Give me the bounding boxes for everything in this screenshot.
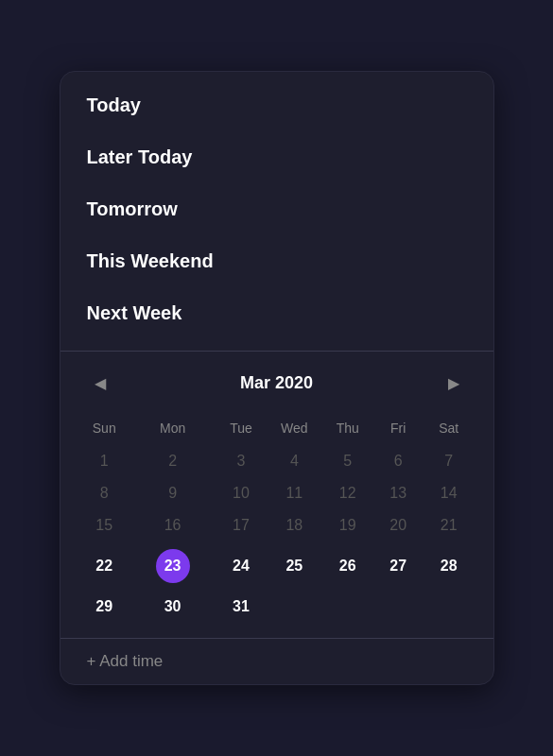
calendar-day-cell <box>372 591 423 623</box>
calendar-day-cell <box>267 591 322 623</box>
calendar-day-cell[interactable]: 12 <box>322 477 373 509</box>
option-tomorrow[interactable]: Tomorrow <box>60 183 493 235</box>
section-divider <box>60 351 493 352</box>
day-header-tue: Tue <box>216 415 267 445</box>
calendar-grid: Sun Mon Tue Wed Thu Fri Sat 123456789101… <box>79 415 475 623</box>
calendar-day-cell[interactable]: 26 <box>322 541 373 591</box>
calendar-day-cell[interactable]: 30 <box>130 591 216 623</box>
calendar-day-cell[interactable]: 14 <box>423 477 475 509</box>
quick-options-list: Today Later Today Tomorrow This Weekend … <box>60 72 493 347</box>
calendar-day-cell[interactable]: 5 <box>322 445 373 477</box>
calendar-day-cell[interactable]: 4 <box>267 445 322 477</box>
calendar-week-row: 15161718192021 <box>79 509 475 541</box>
calendar-day-cell[interactable]: 3 <box>216 445 267 477</box>
calendar-day-cell <box>423 591 475 623</box>
calendar-day-cell[interactable]: 24 <box>216 541 267 591</box>
next-month-button[interactable]: ▶ <box>441 370 467 396</box>
calendar-day-cell[interactable]: 13 <box>372 477 423 509</box>
add-time-section: + Add time <box>60 638 493 684</box>
calendar-day-cell[interactable]: 28 <box>423 541 475 591</box>
calendar-day-cell[interactable]: 2 <box>130 445 216 477</box>
add-time-button[interactable]: + Add time <box>87 652 164 671</box>
calendar-day-cell[interactable]: 27 <box>372 541 423 591</box>
calendar-day-cell[interactable]: 25 <box>267 541 322 591</box>
calendar-week-row: 22232425262728 <box>79 541 475 591</box>
day-header-mon: Mon <box>130 415 216 445</box>
calendar-day-cell[interactable]: 31 <box>216 591 267 623</box>
calendar-day-cell[interactable]: 11 <box>267 477 322 509</box>
calendar-day-cell[interactable]: 8 <box>79 477 130 509</box>
option-next-week[interactable]: Next Week <box>60 287 493 339</box>
day-header-thu: Thu <box>322 415 373 445</box>
day-header-wed: Wed <box>267 415 322 445</box>
calendar-week-row: 1234567 <box>79 445 475 477</box>
calendar-day-cell[interactable]: 15 <box>79 509 130 541</box>
date-picker-card: Today Later Today Tomorrow This Weekend … <box>60 71 494 685</box>
calendar-week-row: 293031 <box>79 591 475 623</box>
calendar-day-cell[interactable]: 20 <box>372 509 423 541</box>
calendar-day-cell[interactable]: 1 <box>79 445 130 477</box>
calendar-day-cell <box>322 591 373 623</box>
calendar-day-cell[interactable]: 18 <box>267 509 322 541</box>
calendar-week-row: 891011121314 <box>79 477 475 509</box>
day-header-sat: Sat <box>423 415 475 445</box>
option-today[interactable]: Today <box>60 79 493 131</box>
calendar-day-cell[interactable]: 21 <box>423 509 475 541</box>
option-later-today[interactable]: Later Today <box>60 131 493 183</box>
calendar-day-cell[interactable]: 29 <box>79 591 130 623</box>
calendar-day-headers: Sun Mon Tue Wed Thu Fri Sat <box>79 415 475 445</box>
calendar-day-cell[interactable]: 6 <box>372 445 423 477</box>
calendar-day-cell[interactable]: 9 <box>130 477 216 509</box>
prev-month-button[interactable]: ◀ <box>87 370 113 396</box>
day-header-fri: Fri <box>372 415 423 445</box>
calendar-day-cell[interactable]: 7 <box>423 445 475 477</box>
calendar-day-cell[interactable]: 17 <box>216 509 267 541</box>
calendar-day-cell[interactable]: 23 <box>130 541 216 591</box>
calendar-header: ◀ Mar 2020 ▶ <box>79 367 475 400</box>
calendar-section: ◀ Mar 2020 ▶ Sun Mon Tue Wed Thu Fri Sat… <box>60 355 493 638</box>
option-this-weekend[interactable]: This Weekend <box>60 235 493 287</box>
calendar-day-cell[interactable]: 16 <box>130 509 216 541</box>
day-header-sun: Sun <box>79 415 130 445</box>
calendar-day-cell[interactable]: 22 <box>79 541 130 591</box>
calendar-day-cell[interactable]: 19 <box>322 509 373 541</box>
calendar-day-cell[interactable]: 10 <box>216 477 267 509</box>
calendar-month-title: Mar 2020 <box>240 373 313 393</box>
